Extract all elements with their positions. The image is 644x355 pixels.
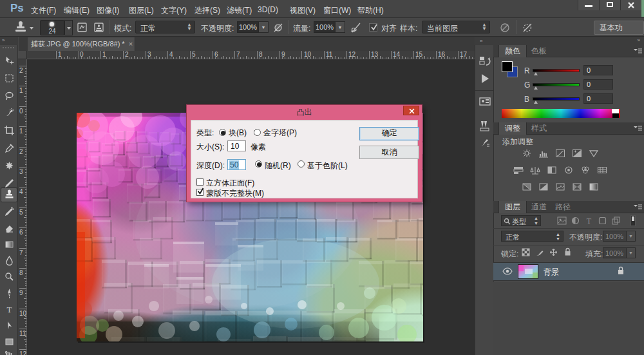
svg-text:T: T	[587, 216, 592, 225]
svg-text:T: T	[7, 305, 12, 314]
